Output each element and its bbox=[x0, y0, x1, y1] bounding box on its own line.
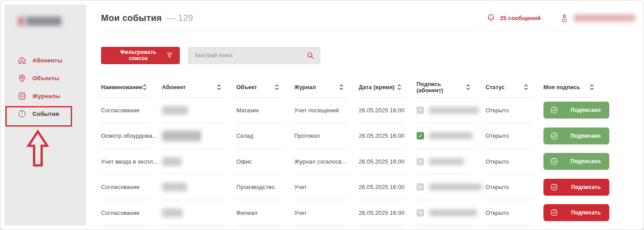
signature-name-redacted bbox=[429, 158, 464, 165]
sort-icon[interactable] bbox=[217, 84, 221, 90]
check-square-icon bbox=[550, 157, 558, 165]
sign-button-label: Подписано bbox=[571, 158, 601, 164]
cell-name: Учет ввода в экспл... bbox=[101, 158, 158, 165]
subscriber-signed-icon: ✕ bbox=[417, 107, 424, 114]
cell-object: Офис bbox=[236, 158, 252, 165]
cell-datetime: 26.05.2025 16:00 bbox=[359, 132, 405, 139]
cell-name: Согласование bbox=[101, 209, 140, 216]
cell-datetime: 26.05.2025 16:00 bbox=[359, 184, 405, 190]
annotation-arrow-up-icon bbox=[25, 130, 51, 167]
sort-icon[interactable] bbox=[466, 84, 470, 90]
cell-subscriber-signature-wrap: ✓ bbox=[417, 123, 486, 149]
column-header-my-signature: Моя подпись bbox=[543, 77, 609, 98]
cell-object: Производство bbox=[236, 184, 275, 190]
sidebar-item-objects[interactable]: Объекты bbox=[4, 69, 86, 87]
sign-button-label: Подписано bbox=[571, 133, 601, 139]
cell-name-wrap: Согласование bbox=[101, 98, 162, 123]
cell-status-wrap: Открыто bbox=[486, 200, 543, 226]
subscriber-name-redacted bbox=[162, 131, 201, 141]
cell-status: Открыто bbox=[486, 158, 509, 165]
cell-datetime-wrap: 26.05.2025 16:00 bbox=[359, 123, 417, 149]
signature-name-redacted bbox=[429, 132, 473, 139]
cell-object: Магазин bbox=[236, 107, 259, 114]
user-name-redacted bbox=[574, 14, 635, 22]
cell-status: Открыто bbox=[486, 107, 509, 114]
check-square-icon bbox=[550, 132, 558, 140]
cell-journal: Учет bbox=[294, 209, 307, 216]
header-actions: 25 сообщений bbox=[486, 13, 635, 23]
table-row: Согласование Производство Учет 26.05.202… bbox=[101, 174, 609, 200]
sign-button-label: Подписано bbox=[571, 107, 601, 113]
check-square-icon bbox=[550, 106, 558, 114]
cell-subscriber-signature-wrap: ✕ bbox=[417, 149, 486, 175]
search-icon[interactable] bbox=[306, 51, 315, 60]
table-row: Осмотр обоурдова... Склад Протокол 26.05… bbox=[101, 123, 609, 149]
notifications-link[interactable]: 25 сообщений bbox=[500, 15, 541, 21]
quick-search bbox=[188, 47, 320, 64]
cell-object-wrap: Филиал bbox=[236, 200, 294, 226]
sort-icon[interactable] bbox=[397, 84, 401, 90]
sidebar-item-journals[interactable]: Журналы bbox=[4, 87, 86, 105]
sign-button[interactable]: Подписано bbox=[543, 102, 609, 119]
column-header-journal: Журнал bbox=[294, 77, 359, 98]
signature-name-redacted bbox=[429, 209, 477, 216]
sign-button-label: Подписать bbox=[571, 209, 601, 216]
subscriber-signed-icon: ✓ bbox=[417, 132, 424, 140]
funnel-icon bbox=[166, 52, 173, 59]
cell-datetime-wrap: 26.05.2025 16:00 bbox=[359, 98, 417, 123]
page-header: Мои события — 129 25 сообщений bbox=[101, 4, 640, 32]
table-row: Согласование Филиал Учет 26.05.2025 16:0… bbox=[101, 200, 609, 226]
sidebar-item-events[interactable]: События bbox=[4, 105, 86, 123]
home-icon bbox=[17, 56, 27, 65]
cell-object: Склад bbox=[236, 132, 253, 139]
subscriber-name-redacted bbox=[162, 209, 182, 217]
filter-button-label: Фильтровать список bbox=[110, 49, 166, 62]
cell-status-wrap: Открыто bbox=[486, 123, 543, 149]
events-table: Наименование Абонент Объект Журнал Дата … bbox=[101, 77, 609, 226]
user-menu[interactable] bbox=[559, 13, 635, 23]
column-header-subscriber: Абонент bbox=[162, 77, 236, 98]
cell-action-wrap: Подписано bbox=[543, 123, 609, 149]
cell-object: Филиал bbox=[236, 209, 257, 216]
sort-icon[interactable] bbox=[524, 84, 528, 90]
bell-icon[interactable] bbox=[486, 13, 496, 23]
column-header-subscriber-signature: Подпись (абонент) bbox=[417, 77, 486, 98]
cell-datetime: 26.05.2025 16:00 bbox=[359, 209, 405, 216]
cell-journal-wrap: Учет bbox=[294, 174, 359, 200]
user-icon bbox=[559, 13, 569, 23]
subscriber-signed-icon: ✕ bbox=[417, 209, 424, 217]
sidebar: Абоненты Объекты Журналы bbox=[4, 4, 86, 226]
cell-status: Открыто bbox=[486, 184, 509, 190]
cell-subscriber-wrap bbox=[162, 174, 236, 200]
cell-journal-wrap: Протокол bbox=[294, 123, 359, 149]
sort-icon[interactable] bbox=[142, 84, 147, 90]
cell-subscriber-signature-wrap: ✕ bbox=[417, 98, 486, 123]
cell-name-wrap: Учет ввода в экспл... bbox=[101, 149, 162, 175]
sidebar-nav: Абоненты Объекты Журналы bbox=[4, 51, 86, 123]
table-header: Наименование Абонент Объект Журнал Дата … bbox=[101, 77, 609, 98]
sort-icon[interactable] bbox=[339, 84, 344, 90]
sign-button-label: Подписать bbox=[571, 184, 601, 190]
sidebar-item-label: Абоненты bbox=[32, 57, 62, 64]
cell-subscriber-wrap bbox=[162, 123, 236, 149]
cell-name: Согласование bbox=[101, 107, 140, 114]
subscriber-name-redacted bbox=[162, 183, 187, 191]
page-title: Мои события bbox=[101, 13, 162, 23]
sign-button[interactable]: Подписано bbox=[543, 127, 609, 144]
sidebar-item-subscribers[interactable]: Абоненты bbox=[4, 51, 86, 69]
cell-journal-wrap: Учет посещений bbox=[294, 98, 359, 123]
sort-icon[interactable] bbox=[590, 84, 594, 90]
search-input[interactable] bbox=[195, 52, 306, 58]
sign-button[interactable]: Подписать bbox=[543, 204, 609, 221]
sign-button[interactable]: Подписано bbox=[543, 153, 609, 170]
cell-journal: Журнал согалосв... bbox=[294, 158, 347, 165]
cell-datetime-wrap: 26.05.2025 16:00 bbox=[359, 174, 417, 200]
sign-button[interactable]: Подписать bbox=[543, 179, 609, 196]
table-body: Согласование Магазин Учет посещений 26.0… bbox=[101, 98, 609, 226]
sort-icon[interactable] bbox=[275, 84, 279, 90]
cell-journal: Протокол bbox=[294, 132, 320, 139]
filter-list-button[interactable]: Фильтровать список bbox=[101, 47, 180, 64]
main-content: Мои события — 129 25 сообщений bbox=[86, 4, 640, 226]
cell-status-wrap: Открыто bbox=[486, 149, 543, 175]
cell-name: Согласование bbox=[101, 184, 140, 190]
